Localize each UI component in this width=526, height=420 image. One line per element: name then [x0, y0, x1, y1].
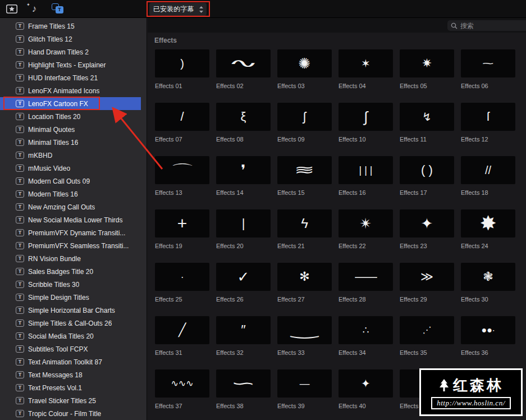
effect-thumbnail[interactable]: |: [216, 209, 271, 238]
effect-cell[interactable]: ✓Effects 26: [216, 263, 271, 303]
effect-cell[interactable]: ∫Effects 10: [339, 103, 393, 143]
effect-cell[interactable]: +Effects 19: [155, 209, 209, 249]
sidebar-item[interactable]: TTravel Sticker Titles 25: [0, 394, 141, 407]
search-input[interactable]: [460, 22, 526, 30]
effect-cell[interactable]: |Effects 20: [216, 209, 271, 249]
effect-cell[interactable]: ↯Effects 11: [400, 103, 454, 143]
sidebar-item[interactable]: TmMusic Video: [0, 162, 141, 175]
effect-cell[interactable]: ⋰Effects 35: [400, 316, 454, 356]
sidebar-item[interactable]: TNew Social Media Lower Thirds: [0, 213, 141, 226]
effect-cell[interactable]: )Effects 01: [155, 49, 209, 89]
effect-cell[interactable]: ≫Effects 29: [400, 263, 454, 303]
effect-thumbnail[interactable]: ✴: [339, 209, 393, 238]
effect-thumbnail[interactable]: ●●∙: [461, 316, 515, 344]
effect-thumbnail[interactable]: //: [461, 156, 515, 184]
sidebar-item[interactable]: TModern Call Outs 09: [0, 175, 141, 188]
effect-thumbnail[interactable]: ✺: [277, 49, 332, 77]
effect-thumbnail[interactable]: ‿: [277, 316, 332, 344]
effect-thumbnail[interactable]: ξ: [216, 103, 271, 131]
sidebar-item[interactable]: TSimple Design Titles: [0, 291, 141, 304]
effect-thumbnail[interactable]: ↯: [400, 103, 454, 131]
effect-thumbnail[interactable]: ✷: [400, 49, 454, 77]
effect-cell[interactable]: ⌒Effects 13: [155, 156, 209, 196]
effect-cell[interactable]: ~Effects 06: [461, 49, 515, 89]
sidebar-item[interactable]: THand Drawn Titles 2: [0, 45, 141, 58]
effect-thumbnail[interactable]: ❜: [216, 156, 271, 184]
effect-thumbnail[interactable]: ❃: [461, 263, 515, 291]
effect-cell[interactable]: ∿Effects 02: [216, 49, 271, 89]
effect-thumbnail[interactable]: ″: [216, 316, 271, 344]
effect-cell[interactable]: ✷Effects 05: [400, 49, 454, 89]
effect-thumbnail[interactable]: ſ: [461, 103, 515, 131]
sidebar-item[interactable]: TText Animation Toolkit 87: [0, 355, 141, 368]
sidebar-item[interactable]: TNew Amzing Call Outs: [0, 200, 141, 213]
sidebar-item-selected[interactable]: TLenoFX Cartoon FX: [0, 97, 141, 110]
sidebar-item[interactable]: TLenoFX Animated Icons: [0, 84, 141, 97]
effect-thumbnail[interactable]: ✓: [216, 263, 271, 291]
effect-cell[interactable]: ſEffects 12: [461, 103, 515, 143]
sidebar-item[interactable]: TPremiumVFX Dynamic Transiti...: [0, 226, 141, 239]
effect-thumbnail[interactable]: ϟ: [277, 209, 332, 238]
effect-cell[interactable]: ✴Effects 22: [339, 209, 393, 249]
effect-cell[interactable]: –Effects 39: [277, 369, 332, 409]
sidebar-item[interactable]: TSocial Media Titles 20: [0, 330, 141, 343]
effect-cell[interactable]: ✦Effects 40: [339, 369, 393, 409]
search-field[interactable]: [447, 20, 526, 31]
effect-cell[interactable]: ╱Effects 31: [155, 316, 209, 356]
sidebar-item[interactable]: TLocation Titles 20: [0, 110, 141, 123]
sidebar-item[interactable]: TSales Badges Title 20: [0, 265, 141, 278]
effect-thumbnail[interactable]: ⌒: [155, 156, 209, 184]
effect-cell[interactable]: ( )Effects 17: [400, 156, 454, 196]
sidebar-item[interactable]: TSimple Titles & Call-Outs 26: [0, 317, 141, 330]
sidebar-item[interactable]: TScribble Titles 30: [0, 278, 141, 291]
effect-thumbnail[interactable]: –: [277, 369, 332, 398]
sidebar-item[interactable]: TmKBHD: [0, 149, 141, 162]
effect-thumbnail[interactable]: /: [155, 103, 209, 131]
effect-cell[interactable]: —Effects 28: [339, 263, 393, 303]
effect-thumbnail[interactable]: ≫: [400, 263, 454, 291]
installed-titles-dropdown[interactable]: 已安装的字幕: [149, 3, 207, 16]
sidebar-item[interactable]: TMinimal Titles 16: [0, 136, 141, 149]
effect-cell[interactable]: ❜Effects 14: [216, 156, 271, 196]
effect-cell[interactable]: ✶Effects 04: [339, 49, 393, 89]
effect-cell[interactable]: ʃEffects 09: [277, 103, 332, 143]
effect-thumbnail[interactable]: ≋: [277, 156, 332, 184]
effect-thumbnail[interactable]: ): [155, 49, 209, 77]
sidebar-item[interactable]: TSubtitles Tool FCPX: [0, 343, 141, 355]
effect-cell[interactable]: ≋Effects 15: [277, 156, 332, 196]
effect-cell[interactable]: ∴Effects 34: [339, 316, 393, 356]
effect-cell[interactable]: ∙Effects 25: [155, 263, 209, 303]
sidebar-item[interactable]: TPremiumVFX Seamless Transiti...: [0, 239, 141, 252]
effect-cell[interactable]: ″Effects 32: [216, 316, 271, 356]
effect-thumbnail[interactable]: ∫: [339, 103, 393, 131]
photos-audio-icon[interactable]: ✦♪: [27, 3, 42, 15]
effect-cell[interactable]: ✻Effects 27: [277, 263, 332, 303]
effect-thumbnail[interactable]: +: [155, 209, 209, 238]
effect-thumbnail[interactable]: ✻: [277, 263, 332, 291]
effect-cell[interactable]: | | |Effects 16: [339, 156, 393, 196]
effect-thumbnail[interactable]: ✦: [339, 369, 393, 398]
sidebar-item[interactable]: TSimple Horizontal Bar Charts: [0, 304, 141, 317]
sidebar-item[interactable]: TTropic Colour - Film Title: [0, 407, 141, 420]
effect-thumbnail[interactable]: ∿: [216, 49, 271, 77]
effect-cell[interactable]: ✦Effects 23: [400, 209, 454, 249]
effect-cell[interactable]: ϟEffects 21: [277, 209, 332, 249]
sidebar-item[interactable]: TGlitch Titles 12: [0, 33, 141, 45]
sidebar-item[interactable]: TText Presets Vol.1: [0, 381, 141, 394]
sidebar-item[interactable]: TText Messages 18: [0, 368, 141, 381]
effect-thumbnail[interactable]: ╱: [155, 316, 209, 344]
effect-thumbnail[interactable]: ✦: [400, 209, 454, 238]
sidebar-item[interactable]: TModern Titles 16: [0, 188, 141, 200]
effect-thumbnail[interactable]: ✶: [339, 49, 393, 77]
effect-thumbnail[interactable]: ~: [461, 49, 515, 77]
sidebar-item[interactable]: TMinimal Quotes: [0, 123, 141, 136]
effect-cell[interactable]: //Effects 18: [461, 156, 515, 196]
titles-generators-icon[interactable]: T: [51, 3, 65, 15]
effect-thumbnail[interactable]: ʃ: [277, 103, 332, 131]
effect-cell[interactable]: ‿Effects 33: [277, 316, 332, 356]
effect-thumbnail[interactable]: ∿∿∿: [155, 369, 209, 398]
effect-cell[interactable]: ∽Effects 38: [216, 369, 271, 409]
effect-cell[interactable]: ∿∿∿Effects 37: [155, 369, 209, 409]
effect-thumbnail[interactable]: ∴: [339, 316, 393, 344]
effect-cell[interactable]: ξEffects 08: [216, 103, 271, 143]
